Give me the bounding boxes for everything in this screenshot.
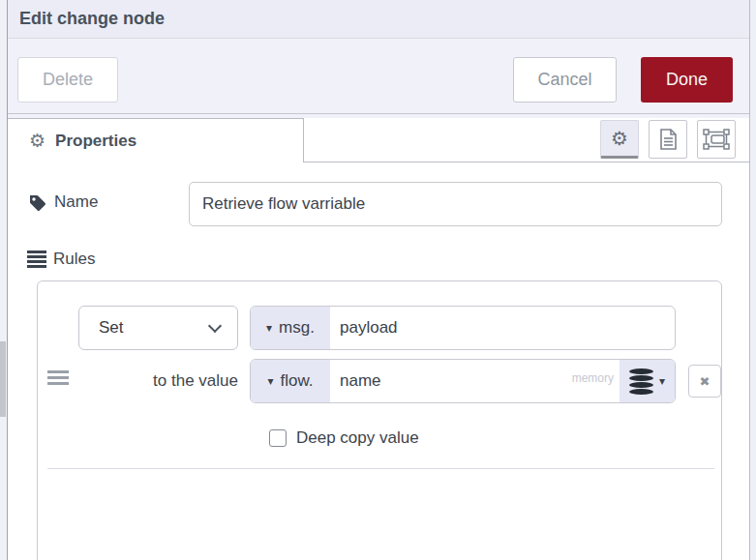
context-store-button[interactable]: ▾	[620, 360, 675, 402]
rule-to-label: to the value	[78, 359, 238, 403]
list-icon	[27, 251, 46, 268]
editor-tab-icon-buttons: ⚙	[600, 120, 736, 159]
deep-copy-checkbox[interactable]	[269, 429, 287, 447]
rule-value-input[interactable]: name memory	[330, 360, 620, 402]
name-input[interactable]	[189, 182, 722, 226]
rule-target-type-label: msg.	[279, 318, 315, 338]
tab-properties[interactable]: ⚙ Properties	[8, 118, 304, 162]
workspace-edge	[0, 0, 8, 560]
rules-list: Set ▾ msg. payload to the value ▾ flow.	[37, 280, 722, 560]
properties-icon-button[interactable]: ⚙	[600, 120, 639, 159]
rule-action-select[interactable]: Set	[78, 306, 238, 350]
edit-change-node-dialog: Edit change node Delete Cancel Done ⚙ Pr…	[8, 0, 750, 560]
scrollbar-thumb[interactable]	[0, 341, 6, 417]
rule-target-input[interactable]: payload	[330, 307, 675, 349]
rules-label: Rules	[53, 250, 95, 269]
gear-icon: ⚙	[29, 132, 45, 150]
rule-item-divider	[47, 468, 714, 469]
rule-value-typed-input: ▾ flow. name memory ▾	[250, 359, 676, 403]
deep-copy-label: Deep copy value	[296, 428, 419, 448]
editor-tab-row: ⚙ Properties ⚙	[8, 114, 749, 162]
triangle-down-icon: ▾	[659, 375, 665, 387]
dialog-toolbar: Delete Cancel Done	[8, 39, 749, 114]
appearance-icon	[703, 128, 730, 151]
delete-button[interactable]: Delete	[17, 57, 118, 103]
close-icon: ✖	[700, 374, 711, 389]
done-button[interactable]: Done	[641, 57, 733, 103]
rule-value-type-label: flow.	[281, 371, 314, 391]
context-store-hint: memory	[572, 359, 614, 399]
triangle-down-icon: ▾	[266, 322, 272, 334]
description-icon-button[interactable]	[649, 120, 687, 159]
rule-delete-button[interactable]: ✖	[688, 365, 721, 398]
dialog-header: Edit change node	[8, 0, 749, 39]
rule-target-type-button[interactable]: ▾ msg.	[251, 307, 330, 349]
tab-properties-label: Properties	[55, 132, 136, 151]
rule-drag-handle[interactable]	[47, 370, 69, 385]
rule-value-type-button[interactable]: ▾ flow.	[251, 360, 330, 402]
rule-value-text: name	[340, 371, 381, 390]
cancel-button[interactable]: Cancel	[513, 57, 617, 103]
name-label: Name	[54, 192, 98, 212]
triangle-down-icon: ▾	[267, 375, 273, 387]
database-icon	[629, 368, 653, 395]
rule-target-typed-input: ▾ msg. payload	[250, 306, 676, 350]
gear-icon: ⚙	[611, 129, 628, 148]
appearance-icon-button[interactable]	[697, 120, 736, 159]
document-icon	[658, 128, 678, 151]
properties-panel: Name Rules Set ▾ msg. payload to the val…	[8, 162, 749, 560]
tag-icon	[28, 193, 47, 213]
dialog-title: Edit change node	[8, 0, 749, 38]
